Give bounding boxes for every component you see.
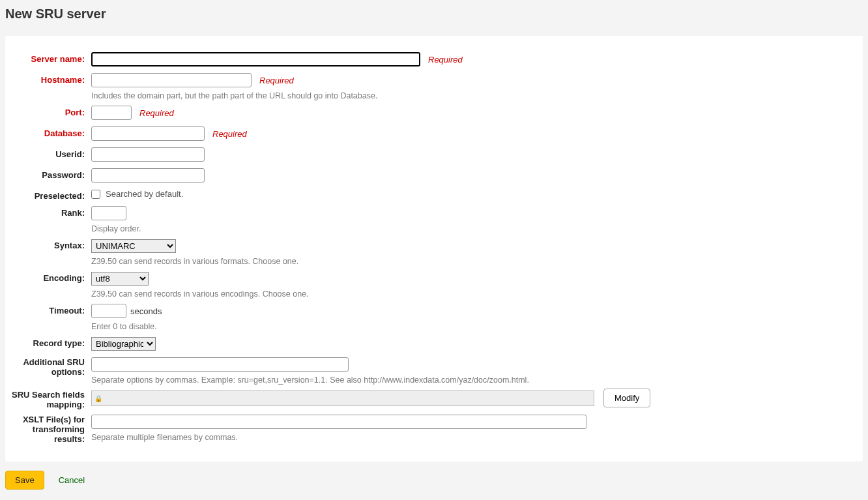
label-server-name: Server name: (5, 51, 91, 64)
form-panel: Server name: Required Hostname: Required… (5, 36, 863, 462)
label-port: Port: (5, 104, 91, 117)
rank-input[interactable] (91, 206, 126, 220)
page-title: New SRU server (0, 0, 868, 36)
sru-options-input[interactable] (91, 357, 349, 372)
hostname-input[interactable] (91, 73, 252, 87)
label-hostname: Hostname: (5, 72, 91, 85)
label-preselected: Preselected: (5, 188, 91, 201)
encoding-select[interactable]: utf8 (91, 272, 149, 286)
required-text: Required (139, 108, 174, 118)
label-record-type: Record type: (5, 335, 91, 348)
port-input[interactable] (91, 106, 132, 120)
preselected-checkbox[interactable] (91, 190, 100, 199)
label-sru-options: Additional SRU options: (5, 356, 91, 377)
hostname-hint: Includes the domain part, but the path p… (91, 89, 377, 100)
modify-button[interactable]: Modify (603, 389, 650, 407)
record-type-select[interactable]: Bibliographic (91, 337, 156, 351)
xslt-input[interactable] (91, 415, 586, 429)
label-database: Database: (5, 125, 91, 138)
cancel-link[interactable]: Cancel (59, 475, 85, 485)
label-userid: Userid: (5, 146, 91, 159)
lock-icon: 🔒 (94, 394, 102, 402)
server-name-input[interactable] (91, 52, 420, 66)
label-encoding: Encoding: (5, 270, 91, 283)
syntax-select[interactable]: UNIMARC (91, 239, 176, 253)
label-sru-mapping: SRU Search fields mapping: (5, 389, 91, 409)
encoding-hint: Z39.50 can send records in various encod… (91, 287, 309, 299)
database-input[interactable] (91, 126, 205, 141)
label-rank: Rank: (5, 205, 91, 218)
preselected-checkbox-label: Searched by default. (106, 189, 183, 199)
required-text: Required (428, 55, 463, 65)
password-input[interactable] (91, 168, 205, 183)
footer-bar: Save Cancel (0, 462, 868, 499)
label-password: Password: (5, 167, 91, 180)
label-syntax: Syntax: (5, 237, 91, 250)
userid-input[interactable] (91, 147, 205, 162)
syntax-hint: Z39.50 can send records in various forma… (91, 254, 298, 266)
label-timeout: Timeout: (5, 302, 91, 316)
timeout-suffix: seconds (130, 306, 162, 316)
timeout-input[interactable] (91, 304, 126, 318)
save-button[interactable]: Save (5, 471, 44, 490)
sru-options-hint: Separate options by commas. Example: sru… (91, 373, 529, 385)
label-xslt: XSLT File(s) for transforming results: (5, 413, 91, 444)
required-text: Required (212, 129, 247, 139)
timeout-hint: Enter 0 to disable. (91, 319, 162, 331)
sru-mapping-field: 🔒 (91, 390, 594, 406)
xslt-hint: Separate multiple filenames by commas. (91, 430, 586, 442)
required-text: Required (259, 76, 294, 85)
rank-hint: Display order. (91, 222, 141, 233)
